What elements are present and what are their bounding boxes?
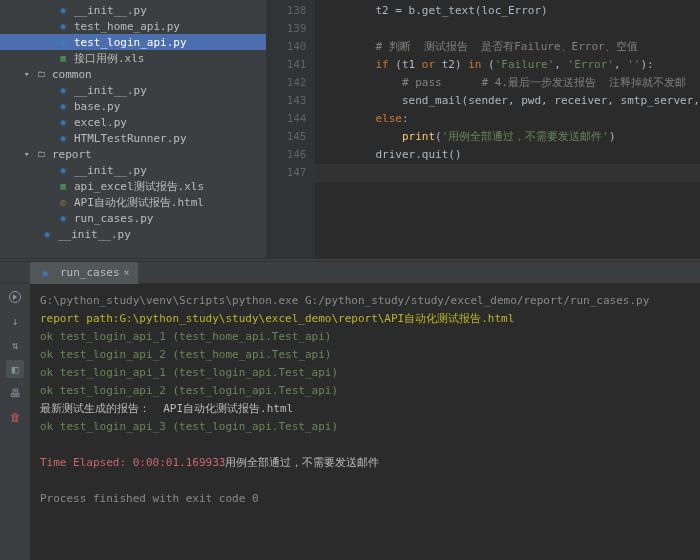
code-area[interactable]: t2 = b.get_text(loc_Error) # 判断 测试报告 是否有… <box>315 0 701 258</box>
tree-file[interactable]: ◉__init__.py <box>0 2 266 18</box>
tree-file[interactable]: ◉test_login_api.py <box>0 34 266 50</box>
tree-file[interactable]: ◉run_cases.py <box>0 210 266 226</box>
tree-file[interactable]: ◉base.py <box>0 98 266 114</box>
run-tabs: ◉ run_cases × <box>0 262 700 284</box>
console-output[interactable]: G:\python_study\venv\Scripts\python.exe … <box>30 284 700 560</box>
tree-folder-common[interactable]: ▾🗀common <box>0 66 266 82</box>
tree-file[interactable]: ◉excel.py <box>0 114 266 130</box>
print-button[interactable]: 🖶 <box>6 384 24 402</box>
line-gutter: 138139140141142143144145146147 <box>267 0 315 258</box>
run-toolbar: ↓ ⇅ ◧ 🖶 🗑 <box>0 284 30 560</box>
tree-file[interactable]: ▦api_excel测试报告.xls <box>0 178 266 194</box>
tree-file[interactable]: ▦接口用例.xls <box>0 50 266 66</box>
run-tab[interactable]: ◉ run_cases × <box>30 262 138 284</box>
python-icon: ◉ <box>38 266 52 280</box>
delete-button[interactable]: 🗑 <box>6 408 24 426</box>
layout-button[interactable]: ◧ <box>6 360 24 378</box>
tree-folder-report[interactable]: ▾🗀report <box>0 146 266 162</box>
project-tree[interactable]: ◉__init__.py◉test_home_api.py◉test_login… <box>0 0 267 258</box>
tree-file[interactable]: ◉HTMLTestRunner.py <box>0 130 266 146</box>
tree-file[interactable]: ◉test_home_api.py <box>0 18 266 34</box>
tree-file[interactable]: ◎API自动化测试报告.html <box>0 194 266 210</box>
tree-file[interactable]: ◉__init__.py <box>0 162 266 178</box>
tree-file[interactable]: ◉__init__.py <box>0 226 266 242</box>
tree-file[interactable]: ◉__init__.py <box>0 82 266 98</box>
code-editor[interactable]: 138139140141142143144145146147 t2 = b.ge… <box>267 0 701 258</box>
run-tab-label: run_cases <box>60 266 120 279</box>
close-icon[interactable]: × <box>124 267 130 278</box>
rerun-button[interactable] <box>6 288 24 306</box>
stop-button[interactable]: ↓ <box>6 312 24 330</box>
up-button[interactable]: ⇅ <box>6 336 24 354</box>
